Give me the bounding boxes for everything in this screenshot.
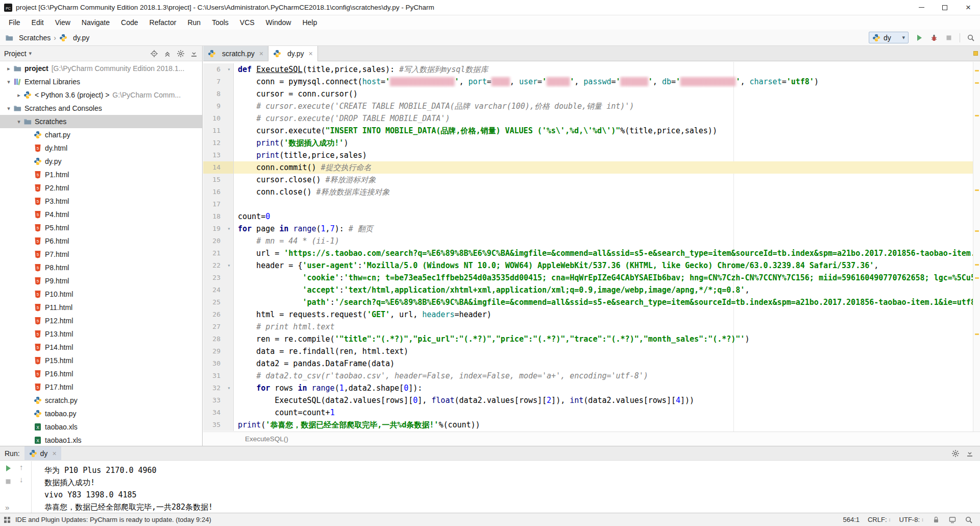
close-icon[interactable]: ×	[259, 50, 263, 58]
menu-refactor[interactable]: Refactor	[144, 15, 182, 30]
stop-button[interactable]	[4, 477, 12, 486]
warning-stripe-mark[interactable]	[975, 264, 979, 266]
tree-item-P13.html[interactable]: 5P13.html	[0, 327, 202, 341]
chevron-down-icon[interactable]: ▾	[4, 105, 13, 112]
code-line-34[interactable]: 34 count=count+1	[203, 407, 973, 419]
tree-item-P14.html[interactable]: 5P14.html	[0, 341, 202, 354]
tree-item-taobao.py[interactable]: taobao.py	[0, 407, 202, 420]
tree-item-P10.html[interactable]: 5P10.html	[0, 288, 202, 301]
inspection-profile-icon[interactable]	[948, 516, 957, 524]
code-line-22[interactable]: 22▾ header = {'user-agent':'Mozilla/5.0 …	[203, 259, 973, 272]
code-line-28[interactable]: 28 ren = re.compile('"title":"(.*?)","pi…	[203, 333, 973, 345]
collapse-all-icon[interactable]	[163, 50, 172, 58]
tree-item-taobao.xls[interactable]: Xtaobao.xls	[0, 420, 202, 434]
chevron-down-icon[interactable]: ▾	[29, 50, 32, 57]
code-line-11[interactable]: 11 cursor.execute("INSERT INTO MOBILE_DA…	[203, 125, 973, 137]
code-line-21[interactable]: 21 url = 'https://s.taobao.com/search?q=…	[203, 247, 973, 259]
warning-stripe-mark[interactable]	[975, 230, 979, 232]
rerun-button[interactable]	[4, 464, 12, 472]
code-line-9[interactable]: 9 # cursor.execute('CREATE TABLE MOBILE_…	[203, 100, 973, 112]
inspection-status-icon[interactable]	[973, 51, 978, 56]
code-line-32[interactable]: 32▾ for rows in range(1,data2.shape[0]):	[203, 382, 973, 394]
tree-item-Scratches and Consoles[interactable]: ▾Scratches and Consoles	[0, 102, 202, 115]
code-line-13[interactable]: 13 print(title,price,sales)	[203, 149, 973, 161]
menu-navigate[interactable]: Navigate	[76, 15, 115, 30]
tree-item-P3.html[interactable]: 5P3.html	[0, 195, 202, 208]
tree-item-P12.html[interactable]: 5P12.html	[0, 314, 202, 327]
tree-item-P6.html[interactable]: 5P6.html	[0, 234, 202, 248]
code-line-24[interactable]: 24 'accept':'text/html,application/xhtml…	[203, 284, 973, 296]
chevron-right-icon[interactable]: ▸	[4, 65, 13, 72]
code-line-25[interactable]: 25 'path':'/search?q=%E6%89%8B%E6%9C%BA&…	[203, 296, 973, 308]
code-line-33[interactable]: 33 ExecuteSQL(data2.values[rows][0], flo…	[203, 394, 973, 407]
warning-stripe-mark[interactable]	[975, 277, 979, 279]
down-arrow-icon[interactable]: ↓	[19, 475, 23, 484]
chevron-down-icon[interactable]: ▾	[14, 118, 23, 125]
error-stripe[interactable]	[973, 62, 980, 432]
gear-icon[interactable]	[951, 449, 960, 458]
locate-icon[interactable]	[150, 50, 158, 58]
code-line-29[interactable]: 29 data = re.findall(ren, html.text)	[203, 345, 973, 357]
run-config-selector[interactable]: dy ▾	[869, 32, 909, 43]
tree-item-P8.html[interactable]: 5P8.html	[0, 261, 202, 274]
more-options-icon[interactable]: »	[5, 503, 9, 512]
menu-file[interactable]: File	[3, 15, 26, 30]
gear-icon[interactable]	[177, 50, 185, 58]
maximize-button[interactable]	[933, 0, 957, 15]
chevron-down-icon[interactable]: ▾	[4, 79, 13, 85]
code-line-35[interactable]: 35print('恭喜您，数据已经全部爬取完毕,一共%d条数据!'%(count…	[203, 419, 973, 431]
caret-position[interactable]: 564:1	[843, 516, 860, 523]
code-line-7[interactable]: 7 conn = pymysql.connect(host='█████████…	[203, 76, 973, 88]
project-panel-title[interactable]: Project	[4, 50, 27, 58]
tree-item-taobao1.xls[interactable]: Xtaobao1.xls	[0, 434, 202, 446]
code-line-27[interactable]: 27 # print html.text	[203, 321, 973, 333]
code-line-19[interactable]: 19▾for page in range(1,7): # 翻页	[203, 223, 973, 235]
tree-item-P7.html[interactable]: 5P7.html	[0, 248, 202, 261]
tree-item-chart.py[interactable]: chart.py	[0, 128, 202, 141]
code-line-17[interactable]: 17	[203, 198, 973, 210]
encoding-indicator[interactable]: UTF-8:↕	[899, 516, 924, 523]
code-line-20[interactable]: 20 # mn = 44 * (ii-1)	[203, 235, 973, 247]
search-everywhere-icon[interactable]	[967, 34, 975, 42]
menu-vcs[interactable]: VCS	[234, 15, 260, 30]
close-icon[interactable]: ×	[308, 50, 312, 58]
stop-button[interactable]	[945, 34, 953, 42]
warning-stripe-mark[interactable]	[975, 333, 979, 335]
code-line-18[interactable]: 18count=0	[203, 210, 973, 223]
minimize-button[interactable]	[910, 0, 933, 15]
tree-item-P16.html[interactable]: 5P16.html	[0, 367, 202, 380]
run-tab-dy[interactable]: dy ×	[24, 446, 61, 460]
warning-stripe-mark[interactable]	[975, 189, 979, 191]
tab-scratch.py[interactable]: scratch.py×	[203, 46, 268, 61]
hide-panel-icon[interactable]	[190, 50, 198, 58]
menu-code[interactable]: Code	[115, 15, 143, 30]
warning-stripe-mark[interactable]	[975, 115, 979, 116]
toolwindow-switcher-icon[interactable]	[3, 516, 11, 524]
fold-marker-icon[interactable]: ▾	[225, 382, 234, 394]
code-line-15[interactable]: 15 cursor.close() #释放游标对象	[203, 174, 973, 186]
tree-item-Scratches[interactable]: ▾Scratches	[0, 115, 202, 128]
close-icon[interactable]: ×	[52, 449, 56, 458]
tree-item-External Libraries[interactable]: ▾External Libraries	[0, 75, 202, 88]
code-line-8[interactable]: 8 cursor = conn.cursor()	[203, 88, 973, 100]
magnifier-icon[interactable]	[965, 516, 973, 524]
tree-item-P9.html[interactable]: 5P9.html	[0, 274, 202, 288]
code-line-6[interactable]: 6▾def ExecuteSQL(title,price,sales): #写入…	[203, 63, 973, 76]
context-function[interactable]: ExecuteSQL()	[245, 435, 288, 443]
hide-panel-icon[interactable]	[966, 449, 974, 458]
code-line-14[interactable]: 14 conn.commit() #提交执行命名	[203, 161, 973, 174]
code-line-23[interactable]: 23 'cookie':'thw=cn; t=be73ea5ec1ffbeb25…	[203, 272, 973, 284]
breadcrumb-item-dy.py[interactable]: dy.py	[59, 34, 89, 42]
menu-help[interactable]: Help	[297, 15, 323, 30]
tree-item-scratch.py[interactable]: scratch.py	[0, 394, 202, 407]
warning-stripe-mark[interactable]	[975, 70, 979, 71]
chevron-right-icon[interactable]: ▸	[14, 92, 23, 99]
debug-button[interactable]	[930, 34, 938, 42]
tree-item-project[interactable]: ▸project[G:\PyCharm Community Edition 20…	[0, 62, 202, 75]
tree-item-P15.html[interactable]: 5P15.html	[0, 354, 202, 367]
tree-item-P17.html[interactable]: 5P17.html	[0, 380, 202, 394]
menu-tools[interactable]: Tools	[206, 15, 234, 30]
tree-item-P4.html[interactable]: 5P4.html	[0, 208, 202, 221]
code-line-26[interactable]: 26 html = requests.request('GET', url, h…	[203, 308, 973, 321]
menu-view[interactable]: View	[50, 15, 76, 30]
